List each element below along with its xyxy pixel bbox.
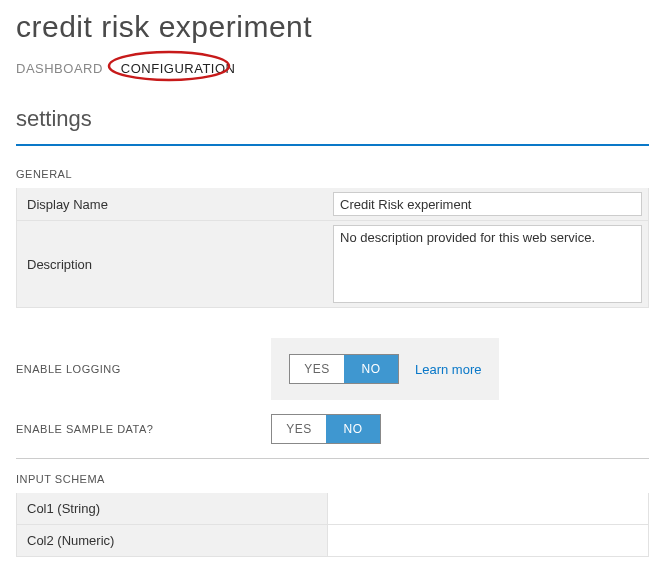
label-enable-sample-data: ENABLE SAMPLE DATA? bbox=[16, 423, 271, 435]
row-display-name: Display Name bbox=[16, 188, 649, 221]
page-title: credit risk experiment bbox=[16, 10, 649, 43]
divider-blue bbox=[16, 144, 649, 146]
label-display-name: Display Name bbox=[17, 188, 327, 220]
schema-col-value bbox=[327, 493, 648, 524]
section-title-settings: settings bbox=[16, 106, 649, 132]
group-general: GENERAL Display Name Description bbox=[16, 168, 649, 308]
learn-more-link[interactable]: Learn more bbox=[415, 362, 481, 377]
label-description: Description bbox=[17, 221, 327, 307]
row-description: Description bbox=[16, 221, 649, 308]
schema-col-label: Col1 (String) bbox=[17, 493, 327, 524]
logging-yes-button[interactable]: YES bbox=[290, 355, 344, 383]
tabs: DASHBOARD CONFIGURATION bbox=[16, 61, 649, 76]
sample-data-toggle: YES NO bbox=[271, 414, 381, 444]
logging-toggle: YES NO bbox=[289, 354, 399, 384]
group-label-general: GENERAL bbox=[16, 168, 649, 180]
display-name-field[interactable] bbox=[333, 192, 642, 216]
row-enable-logging: ENABLE LOGGING YES NO Learn more bbox=[16, 338, 649, 400]
tab-configuration[interactable]: CONFIGURATION bbox=[121, 61, 236, 76]
schema-row: Col2 (Numeric) bbox=[16, 525, 649, 557]
logging-no-button[interactable]: NO bbox=[344, 355, 398, 383]
sample-data-yes-button[interactable]: YES bbox=[272, 415, 326, 443]
schema-row: Col1 (String) bbox=[16, 493, 649, 525]
tab-dashboard[interactable]: DASHBOARD bbox=[16, 61, 103, 76]
label-enable-logging: ENABLE LOGGING bbox=[16, 363, 271, 375]
divider-grey bbox=[16, 458, 649, 459]
row-enable-sample-data: ENABLE SAMPLE DATA? YES NO bbox=[16, 414, 649, 444]
schema-col-value bbox=[327, 525, 648, 556]
group-label-input-schema: INPUT SCHEMA bbox=[16, 473, 649, 485]
schema-col-label: Col2 (Numeric) bbox=[17, 525, 327, 556]
sample-data-no-button[interactable]: NO bbox=[326, 415, 380, 443]
description-field[interactable] bbox=[333, 225, 642, 303]
